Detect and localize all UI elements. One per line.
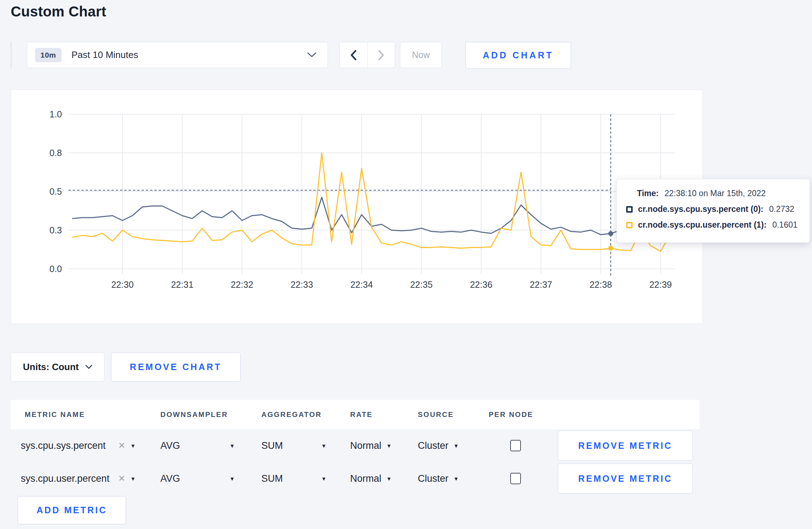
time-next-button[interactable] (367, 42, 395, 68)
remove-metric-button[interactable]: REMOVE METRIC (558, 431, 693, 461)
units-label: Units: Count (23, 361, 79, 373)
units-dropdown[interactable]: Units: Count (11, 353, 105, 382)
svg-text:22:39: 22:39 (649, 280, 672, 290)
add-metric-button[interactable]: ADD METRIC (18, 496, 126, 524)
svg-text:22:34: 22:34 (351, 280, 373, 290)
tooltip-series-user-label: cr.node.sys.cpu.user.percent (1): (638, 220, 767, 230)
rate-value: Normal (350, 440, 381, 451)
svg-text:0.3: 0.3 (49, 225, 62, 235)
svg-text:22:30: 22:30 (111, 280, 134, 290)
remove-metric-button[interactable]: REMOVE METRIC (558, 464, 693, 494)
svg-text:0.0: 0.0 (49, 264, 62, 274)
close-icon[interactable]: ✕ (118, 474, 125, 484)
tooltip-time-label: Time: (637, 189, 659, 198)
source-select[interactable]: Cluster ▼ (418, 473, 459, 484)
caret-down-icon[interactable]: ▼ (130, 476, 136, 482)
metric-name-value[interactable]: sys.cpu.user.percent (21, 473, 110, 484)
toolbar-divider (11, 42, 11, 68)
caret-down-icon[interactable]: ▼ (321, 476, 327, 482)
caret-down-icon: ▼ (386, 476, 392, 482)
svg-text:22:31: 22:31 (171, 280, 194, 290)
downsampler-select[interactable]: AVG (160, 440, 180, 451)
per-node-checkbox[interactable] (510, 473, 521, 484)
close-icon[interactable]: ✕ (118, 441, 125, 451)
tooltip-series-user-value: 0.1601 (772, 220, 797, 230)
time-window-badge: 10m (35, 48, 62, 62)
table-row: sys.cpu.sys.percent ✕ ▼ AVG ▼ SUM ▼ Norm… (0, 429, 812, 462)
per-node-checkbox[interactable] (510, 440, 521, 451)
tooltip-series-sys-label: cr.node.sys.cpu.sys.percent (0): (638, 204, 763, 214)
legend-swatch-sys-icon (626, 206, 633, 213)
header-source: SOURCE (418, 411, 454, 419)
now-button[interactable]: Now (400, 42, 442, 68)
caret-down-icon: ▼ (454, 476, 459, 482)
aggregator-select[interactable]: SUM (261, 473, 283, 484)
time-nav-group (339, 42, 395, 68)
header-rate: RATE (350, 411, 373, 419)
svg-text:22:32: 22:32 (231, 280, 253, 290)
svg-text:0.5: 0.5 (49, 186, 62, 196)
chevron-down-icon (307, 52, 317, 58)
header-aggregator: AGGREGATOR (261, 411, 322, 419)
caret-down-icon[interactable]: ▼ (229, 443, 235, 449)
caret-down-icon[interactable]: ▼ (130, 443, 136, 449)
svg-text:22:37: 22:37 (530, 280, 552, 290)
chart-canvas[interactable]: 0.00.30.50.81.022:3022:3122:3222:3322:34… (11, 90, 702, 324)
tooltip-series-sys-value: 0.2732 (769, 204, 794, 214)
metrics-table-header: METRIC NAME DOWNSAMPLER AGGREGATOR RATE … (11, 400, 700, 429)
downsampler-select[interactable]: AVG (160, 473, 180, 484)
chevron-left-icon (350, 50, 357, 60)
caret-down-icon: ▼ (454, 443, 459, 449)
chart-tooltip: Time: 22:38:10 on Mar 15th, 2022 cr.node… (617, 179, 810, 243)
time-range-dropdown[interactable]: 10m Past 10 Minutes (27, 42, 328, 68)
svg-text:22:38: 22:38 (590, 280, 612, 290)
page-title: Custom Chart (11, 4, 106, 20)
chart-card: 0.00.30.50.81.022:3022:3122:3222:3322:34… (11, 89, 703, 324)
legend-swatch-user-icon (626, 222, 633, 228)
rate-select[interactable]: Normal ▼ (350, 473, 392, 484)
tooltip-time-value: 22:38:10 on Mar 15th, 2022 (664, 189, 766, 198)
add-chart-button[interactable]: ADD CHART (465, 42, 571, 69)
chevron-right-icon (378, 50, 385, 60)
svg-text:22:33: 22:33 (291, 280, 313, 290)
time-range-label: Past 10 Minutes (72, 49, 138, 60)
svg-text:1.0: 1.0 (49, 109, 62, 119)
svg-text:22:35: 22:35 (410, 280, 433, 290)
metric-name-value[interactable]: sys.cpu.sys.percent (21, 440, 106, 451)
caret-down-icon[interactable]: ▼ (321, 443, 327, 449)
rate-value: Normal (350, 473, 381, 484)
time-prev-button[interactable] (340, 42, 367, 68)
table-row: sys.cpu.user.percent ✕ ▼ AVG ▼ SUM ▼ Nor… (0, 462, 812, 495)
header-downsampler: DOWNSAMPLER (160, 411, 228, 419)
header-metric-name: METRIC NAME (25, 411, 85, 419)
aggregator-select[interactable]: SUM (261, 440, 283, 451)
source-select[interactable]: Cluster ▼ (418, 440, 459, 451)
remove-chart-button[interactable]: REMOVE CHART (111, 353, 241, 382)
chevron-down-icon (85, 365, 92, 369)
source-value: Cluster (418, 440, 449, 451)
svg-text:22:36: 22:36 (470, 280, 493, 290)
source-value: Cluster (418, 473, 449, 484)
rate-select[interactable]: Normal ▼ (350, 440, 392, 451)
svg-text:0.8: 0.8 (49, 148, 62, 158)
header-per-node: PER NODE (489, 411, 533, 419)
caret-down-icon: ▼ (386, 443, 392, 449)
caret-down-icon[interactable]: ▼ (229, 476, 235, 482)
